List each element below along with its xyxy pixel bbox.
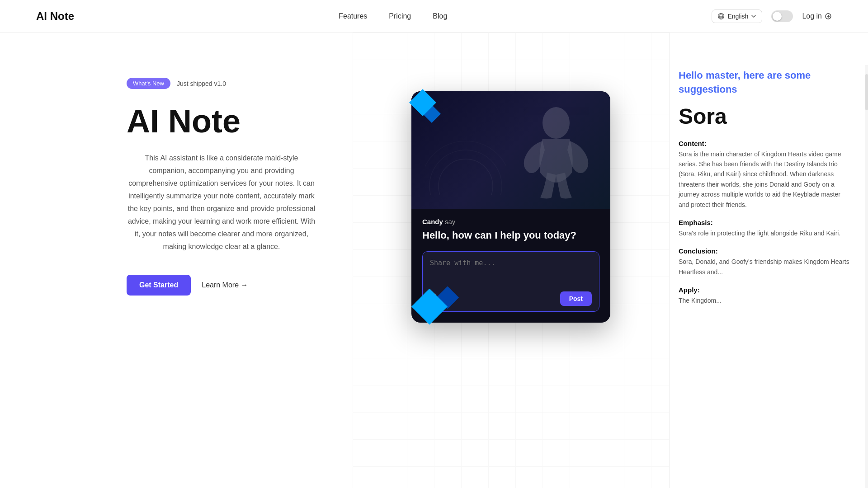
version-text: Just shipped v1.0 — [177, 80, 226, 87]
chat-input[interactable] — [430, 259, 592, 286]
note-content-label: Content: — [679, 140, 850, 147]
header-right: English Log in — [712, 9, 832, 23]
chevron-down-icon — [751, 14, 756, 19]
note-conclusion-section: Conclusion: Sora, Donald, and Goofy's fr… — [679, 247, 850, 277]
nav-blog[interactable]: Blog — [433, 12, 447, 20]
hero-buttons: Get Started Learn More → — [127, 275, 316, 296]
right-panel: Hello master, here are some suggestions … — [669, 33, 868, 488]
hero-section: What's New Just shipped v1.0 AI Note Thi… — [0, 33, 353, 488]
note-content-section: Content: Sora is the main character of K… — [679, 140, 850, 210]
note-apply-label: Apply: — [679, 286, 850, 294]
login-button[interactable]: Log in — [802, 12, 832, 20]
svg-point-7 — [429, 150, 502, 195]
learn-more-button[interactable]: Learn More → — [202, 281, 248, 289]
globe-icon — [717, 13, 725, 20]
center-panel: Candy say Hello, how can I help you toda… — [353, 33, 669, 488]
svg-point-6 — [439, 159, 493, 195]
note-suggestion-title: Hello master, here are some suggestions — [679, 69, 850, 97]
theme-toggle[interactable] — [771, 10, 793, 22]
nav-features[interactable]: Features — [339, 12, 367, 20]
note-content-text: Sora is the main character of Kingdom He… — [679, 149, 850, 210]
sender-name: Candy — [422, 218, 443, 225]
note-conclusion-label: Conclusion: — [679, 247, 850, 255]
note-emphasis-section: Emphasis: Sora's role in protecting the … — [679, 219, 850, 238]
main-content: What's New Just shipped v1.0 AI Note Thi… — [0, 33, 868, 488]
scrollbar-thumb — [865, 74, 868, 110]
note-character-name: Sora — [679, 104, 850, 129]
chat-card: Candy say Hello, how can I help you toda… — [411, 91, 610, 323]
hero-description: This AI assistant is like a considerate … — [127, 152, 316, 253]
login-arrow-icon — [825, 13, 832, 20]
note-apply-section: Apply: The Kingdom... — [679, 286, 850, 305]
chat-greeting: Hello, how can I help you today? — [422, 229, 599, 242]
curve-decoration — [425, 141, 506, 195]
language-label: English — [727, 13, 748, 20]
character-silhouette — [515, 100, 597, 200]
hero-title: AI Note — [127, 103, 316, 139]
language-selector[interactable]: English — [712, 9, 762, 23]
note-conclusion-text: Sora, Donald, and Goofy's friendship mak… — [679, 257, 850, 277]
whats-new-badge: What's New — [127, 78, 170, 89]
note-emphasis-text: Sora's role in protecting the light alon… — [679, 228, 850, 238]
get-started-button[interactable]: Get Started — [127, 275, 191, 296]
chat-card-wrapper: Candy say Hello, how can I help you toda… — [411, 91, 610, 323]
main-nav: Features Pricing Blog — [339, 12, 447, 20]
badge-row: What's New Just shipped v1.0 — [127, 78, 316, 89]
svg-point-9 — [542, 107, 570, 139]
chat-sender: Candy say — [422, 218, 599, 225]
note-emphasis-label: Emphasis: — [679, 219, 850, 226]
site-logo: AI Note — [36, 10, 74, 23]
header: AI Note Features Pricing Blog English Lo… — [0, 0, 868, 33]
note-apply-text: The Kingdom... — [679, 296, 850, 305]
svg-point-8 — [425, 141, 506, 195]
nav-pricing[interactable]: Pricing — [389, 12, 411, 20]
post-button[interactable]: Post — [560, 291, 592, 306]
scrollbar[interactable] — [865, 65, 868, 488]
chat-background — [411, 91, 610, 209]
